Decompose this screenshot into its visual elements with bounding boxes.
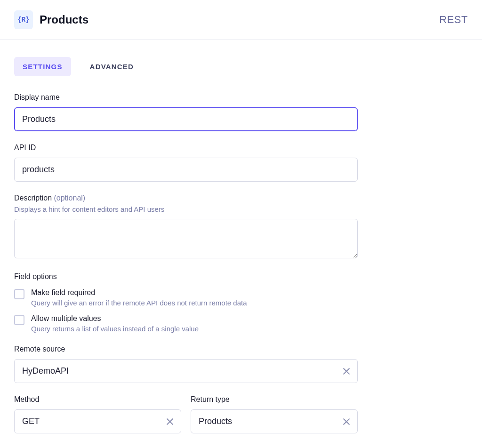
description-label: Description (optional)	[14, 194, 358, 202]
field-options-label: Field options	[14, 272, 358, 281]
method-select-wrap	[14, 409, 181, 433]
description-hint: Displays a hint for content editors and …	[14, 205, 358, 213]
method-col: Method	[14, 395, 181, 433]
remote-source-select[interactable]	[14, 359, 358, 383]
close-icon[interactable]	[342, 417, 351, 426]
header: {R} Products REST	[0, 0, 482, 40]
tab-settings[interactable]: SETTINGS	[14, 57, 71, 76]
return-type-col: Return type	[191, 395, 358, 433]
description-label-text: Description	[14, 194, 52, 202]
tabs: SETTINGS ADVANCED	[14, 57, 358, 76]
remote-source-label: Remote source	[14, 345, 358, 353]
api-id-label: API ID	[14, 144, 358, 152]
required-desc: Query will give an error if the remote A…	[31, 299, 247, 307]
display-name-label: Display name	[14, 93, 358, 102]
page-title: Products	[40, 13, 88, 26]
rest-field-icon: {R}	[14, 10, 33, 29]
description-input[interactable]	[14, 219, 358, 258]
return-type-label: Return type	[191, 395, 358, 404]
required-checkbox[interactable]	[14, 289, 24, 299]
multiple-label: Allow multiple values	[31, 314, 199, 323]
close-icon[interactable]	[165, 417, 175, 426]
required-text: Make field required Query will give an e…	[31, 288, 247, 307]
description-optional: (optional)	[54, 194, 85, 202]
method-label: Method	[14, 395, 181, 404]
close-icon[interactable]	[342, 367, 351, 376]
tab-advanced[interactable]: ADVANCED	[81, 57, 143, 76]
multiple-checkbox[interactable]	[14, 315, 24, 325]
api-id-input[interactable]	[14, 158, 358, 182]
multiple-row: Allow multiple values Query returns a li…	[14, 314, 358, 333]
remote-source-select-wrap	[14, 359, 358, 383]
method-return-row: Method Return type	[14, 395, 358, 433]
header-left: {R} Products	[14, 10, 88, 29]
display-name-input[interactable]	[14, 107, 358, 131]
form-body: SETTINGS ADVANCED Display name API ID De…	[0, 40, 372, 448]
return-type-select-wrap	[191, 409, 358, 433]
multiple-text: Allow multiple values Query returns a li…	[31, 314, 199, 333]
type-badge: REST	[439, 14, 468, 26]
multiple-desc: Query returns a list of values instead o…	[31, 325, 199, 333]
return-type-select[interactable]	[191, 409, 358, 433]
method-select[interactable]	[14, 409, 181, 433]
required-row: Make field required Query will give an e…	[14, 288, 358, 307]
required-label: Make field required	[31, 288, 247, 297]
